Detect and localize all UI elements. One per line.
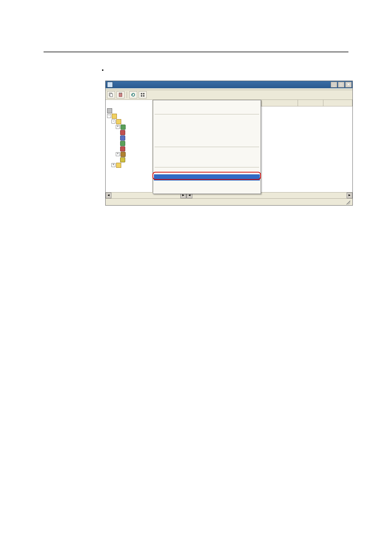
expand-icon[interactable]: - (107, 114, 111, 118)
svg-rect-5 (143, 93, 144, 94)
tree-root-server[interactable] (107, 108, 152, 113)
bullet-marker: • (102, 67, 110, 74)
menu-item-datastore[interactable] (154, 140, 260, 146)
tree-pe2[interactable] (107, 157, 152, 162)
toolbar-paste-icon[interactable] (117, 91, 124, 98)
menu-item-web-config[interactable] (154, 115, 260, 121)
cell (262, 106, 298, 112)
cell (262, 112, 298, 117)
close-button[interactable]: ✕ (345, 82, 352, 88)
svg-rect-6 (141, 95, 142, 97)
divider (44, 52, 348, 52)
menu-item-admin-email[interactable] (154, 160, 260, 166)
cell (323, 117, 352, 123)
col-login[interactable] (298, 100, 323, 106)
cell (323, 123, 352, 128)
tree-pane: - - + (106, 100, 153, 192)
tree-pe[interactable] (107, 141, 152, 146)
menu-item-mcu-update (154, 168, 260, 174)
bullet-item: • (102, 67, 348, 74)
col-ip[interactable] (262, 100, 298, 106)
node-icon (120, 146, 125, 151)
cell (323, 106, 352, 112)
cell (298, 117, 323, 123)
cell (262, 123, 298, 128)
menu-item-email-format[interactable] (154, 148, 260, 154)
menu-item-auto-cascade[interactable] (154, 121, 260, 127)
svg-rect-1 (110, 94, 113, 97)
svg-rect-7 (143, 95, 144, 97)
scroll-left-icon[interactable]: ◄ (106, 193, 111, 198)
cell (298, 112, 323, 117)
menu-item-server[interactable] (154, 101, 260, 107)
app-icon (107, 82, 113, 88)
toolbar-grid-icon[interactable] (139, 91, 147, 98)
statusbar (106, 198, 352, 205)
folder-icon (116, 119, 121, 124)
tree-de[interactable]: + (107, 124, 152, 130)
tree-gr[interactable]: + (107, 151, 152, 157)
menu-separator (155, 114, 259, 114)
menu-item-refresh-db[interactable] (154, 174, 260, 181)
cell (323, 112, 352, 117)
cell (262, 117, 298, 123)
expand-icon[interactable]: + (116, 125, 120, 129)
toolbar (106, 90, 352, 100)
menu-item-communication[interactable] (154, 134, 260, 140)
scroll-right-icon[interactable]: ► (347, 193, 352, 198)
node-icon (121, 125, 126, 130)
resize-grip-icon[interactable] (345, 199, 350, 204)
menu-item-scheduler[interactable] (154, 127, 260, 134)
maximize-button[interactable]: □ (338, 82, 344, 88)
tree-mc[interactable] (107, 135, 152, 141)
menu-separator (155, 147, 259, 147)
tree-la[interactable] (107, 130, 152, 135)
svg-rect-4 (141, 93, 142, 94)
tree-accord1[interactable]: - (107, 119, 152, 124)
menu-item-auto-crash[interactable] (154, 154, 260, 160)
toolbar-separator (127, 92, 127, 98)
expand-icon[interactable]: + (116, 152, 120, 156)
tree-database[interactable]: - (107, 113, 152, 119)
tree-accord2[interactable]: + (107, 162, 152, 168)
node-icon (120, 130, 125, 135)
menu-item-add-remove-odbc[interactable] (154, 187, 260, 193)
app-window: _ □ ✕ (105, 81, 353, 206)
toolbar-copy-icon[interactable] (107, 91, 115, 98)
workspace: - - + (106, 100, 352, 192)
options-menu (153, 100, 261, 194)
minimize-button[interactable]: _ (331, 82, 337, 88)
node-icon (121, 152, 126, 157)
menu-item-enable-logger[interactable] (154, 107, 260, 113)
expand-icon[interactable]: - (111, 119, 115, 123)
cell (298, 106, 323, 112)
node-icon (120, 135, 125, 141)
server-icon (107, 108, 112, 113)
menu-separator (155, 167, 259, 167)
tree-us[interactable] (107, 146, 152, 151)
titlebar: _ □ ✕ (106, 81, 352, 88)
node-icon (120, 157, 125, 162)
menu-item-refresh-db-list[interactable] (154, 181, 260, 187)
folder-icon (116, 163, 121, 168)
svg-rect-3 (120, 93, 121, 93)
toolbar-refresh-icon[interactable] (129, 91, 137, 98)
cell (298, 123, 323, 128)
node-icon (120, 141, 125, 146)
expand-icon[interactable]: + (111, 163, 115, 167)
folder-icon (112, 114, 117, 119)
col-password[interactable] (323, 100, 352, 106)
